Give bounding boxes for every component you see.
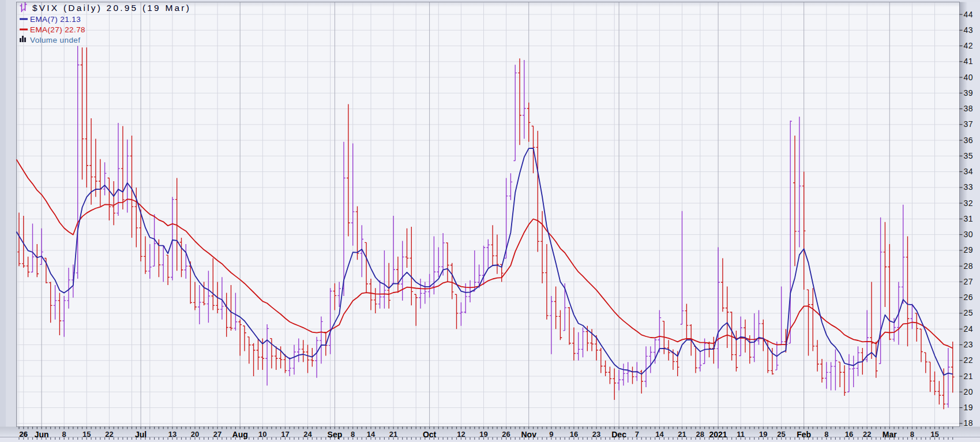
svg-text:30: 30 bbox=[964, 230, 974, 239]
svg-text:35: 35 bbox=[964, 151, 974, 160]
svg-text:32: 32 bbox=[964, 198, 974, 208]
svg-text:Oct: Oct bbox=[423, 430, 437, 439]
svg-text:21: 21 bbox=[389, 430, 397, 439]
svg-text:Dec: Dec bbox=[611, 430, 626, 439]
svg-text:Sep: Sep bbox=[328, 430, 343, 439]
svg-text:7: 7 bbox=[635, 430, 639, 439]
svg-text:26: 26 bbox=[964, 293, 974, 302]
svg-text:22: 22 bbox=[964, 355, 974, 365]
svg-text:44: 44 bbox=[964, 10, 974, 19]
svg-text:40: 40 bbox=[964, 73, 974, 82]
svg-text:19: 19 bbox=[759, 430, 767, 439]
svg-text:$VIX (Daily) 20.95 (19 Mar): $VIX (Daily) 20.95 (19 Mar) bbox=[32, 3, 191, 13]
svg-text:Aug: Aug bbox=[232, 430, 248, 439]
svg-text:42: 42 bbox=[964, 41, 974, 50]
svg-text:27: 27 bbox=[964, 277, 974, 286]
svg-text:8: 8 bbox=[824, 430, 828, 439]
svg-text:15: 15 bbox=[82, 430, 91, 439]
svg-text:41: 41 bbox=[964, 57, 974, 66]
svg-text:16: 16 bbox=[845, 430, 853, 439]
svg-text:Jul: Jul bbox=[135, 430, 147, 439]
svg-text:29: 29 bbox=[964, 245, 974, 254]
svg-text:43: 43 bbox=[964, 25, 974, 35]
svg-text:Jun: Jun bbox=[35, 430, 49, 439]
svg-text:37: 37 bbox=[964, 119, 974, 129]
svg-text:Mar: Mar bbox=[883, 430, 897, 439]
svg-text:17: 17 bbox=[281, 430, 289, 439]
svg-text:19: 19 bbox=[479, 430, 487, 439]
svg-text:Volume undef: Volume undef bbox=[30, 36, 80, 44]
svg-text:39: 39 bbox=[964, 88, 974, 98]
svg-text:Feb: Feb bbox=[797, 430, 811, 439]
svg-text:24: 24 bbox=[964, 324, 974, 334]
svg-text:22: 22 bbox=[863, 430, 871, 439]
svg-text:23: 23 bbox=[592, 430, 600, 439]
svg-text:33: 33 bbox=[964, 182, 974, 192]
svg-text:21: 21 bbox=[964, 372, 974, 381]
svg-text:28: 28 bbox=[696, 430, 704, 439]
svg-text:38: 38 bbox=[964, 104, 974, 113]
svg-text:24: 24 bbox=[303, 430, 312, 439]
svg-text:8: 8 bbox=[910, 430, 914, 439]
svg-text:20: 20 bbox=[964, 387, 974, 396]
svg-text:10: 10 bbox=[258, 430, 266, 439]
svg-text:15: 15 bbox=[930, 430, 938, 439]
svg-text:25: 25 bbox=[777, 430, 785, 439]
svg-text:EMA(7) 21.13: EMA(7) 21.13 bbox=[30, 15, 81, 24]
svg-text:26: 26 bbox=[502, 430, 510, 439]
svg-text:14: 14 bbox=[367, 430, 376, 439]
svg-text:Nov: Nov bbox=[521, 430, 536, 439]
svg-text:22: 22 bbox=[105, 430, 113, 439]
svg-text:14: 14 bbox=[655, 430, 664, 439]
svg-text:18: 18 bbox=[964, 418, 974, 428]
svg-text:8: 8 bbox=[351, 430, 355, 439]
svg-text:19: 19 bbox=[964, 403, 974, 412]
svg-text:25: 25 bbox=[964, 308, 974, 317]
svg-text:12: 12 bbox=[457, 430, 465, 439]
svg-text:34: 34 bbox=[964, 167, 974, 176]
svg-text:2021: 2021 bbox=[709, 430, 727, 439]
svg-text:23: 23 bbox=[964, 340, 974, 349]
svg-text:16: 16 bbox=[570, 430, 578, 439]
svg-text:31: 31 bbox=[964, 214, 974, 223]
svg-text:21: 21 bbox=[678, 430, 686, 439]
svg-text:20: 20 bbox=[191, 430, 199, 439]
svg-text:13: 13 bbox=[168, 430, 177, 439]
svg-text:8: 8 bbox=[62, 430, 66, 439]
svg-text:36: 36 bbox=[964, 136, 974, 145]
svg-text:EMA(27) 22.78: EMA(27) 22.78 bbox=[30, 25, 85, 34]
svg-text:28: 28 bbox=[964, 261, 974, 271]
svg-text:27: 27 bbox=[213, 430, 221, 439]
svg-text:11: 11 bbox=[737, 430, 745, 439]
svg-text:9: 9 bbox=[549, 430, 553, 439]
svg-text:26: 26 bbox=[20, 430, 28, 439]
